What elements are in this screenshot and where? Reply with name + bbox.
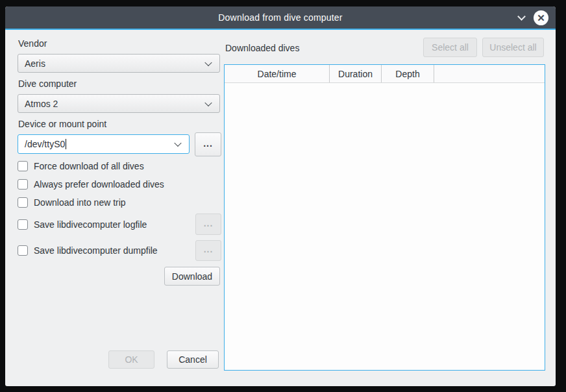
chevron-down-icon bbox=[204, 99, 212, 106]
cancel-button[interactable]: Cancel bbox=[167, 350, 219, 369]
checkbox[interactable] bbox=[18, 219, 28, 230]
checkbox-row-save-dumpfile[interactable]: Save libdivecomputer dumpfile bbox=[18, 240, 158, 261]
dive-computer-label: Dive computer bbox=[18, 79, 77, 89]
table-body-empty[interactable] bbox=[225, 83, 545, 370]
chevron-down-icon bbox=[174, 140, 181, 147]
checkbox-row-prefer-downloaded[interactable]: Always prefer downloaded dives bbox=[18, 178, 164, 190]
checkbox-label: Force download of all dives bbox=[34, 161, 144, 171]
device-input[interactable]: /dev/ttyS0 bbox=[18, 134, 190, 154]
checkbox[interactable] bbox=[18, 161, 28, 171]
column-header-duration[interactable]: Duration bbox=[330, 65, 382, 82]
checkbox-label: Download into new trip bbox=[34, 197, 126, 208]
checkbox-row-save-logfile[interactable]: Save libdivecomputer logfile bbox=[18, 214, 147, 235]
dive-computer-select[interactable]: Atmos 2 bbox=[18, 94, 220, 113]
checkbox[interactable] bbox=[18, 179, 28, 190]
vendor-label: Vendor bbox=[18, 38, 47, 49]
checkbox-label: Save libdivecomputer dumpfile bbox=[34, 245, 158, 256]
dumpfile-browse-button: ... bbox=[195, 240, 221, 261]
device-browse-button[interactable]: ... bbox=[195, 132, 221, 156]
close-icon: ✕ bbox=[537, 13, 545, 23]
ellipsis-icon: ... bbox=[203, 138, 213, 149]
table-header-row: Date/time Duration Depth bbox=[225, 65, 545, 83]
device-value: /dev/ttyS0 bbox=[25, 139, 65, 149]
dive-computer-value: Atmos 2 bbox=[25, 99, 58, 109]
vendor-select[interactable]: Aeris bbox=[18, 54, 220, 73]
checkbox-row-force-download[interactable]: Force download of all dives bbox=[18, 160, 144, 172]
downloaded-dives-heading: Downloaded dives bbox=[225, 43, 299, 53]
desktop-background: Download from dive computer ✕ Vendor Aer… bbox=[0, 0, 566, 392]
chevron-down-icon bbox=[204, 58, 212, 66]
logfile-browse-button: ... bbox=[195, 214, 221, 235]
checkbox[interactable] bbox=[18, 245, 28, 256]
checkbox[interactable] bbox=[18, 197, 28, 208]
checkbox-row-new-trip[interactable]: Download into new trip bbox=[18, 197, 126, 208]
shade-button[interactable] bbox=[515, 12, 527, 23]
select-all-button: Select all bbox=[423, 38, 477, 57]
download-button[interactable]: Download bbox=[164, 267, 220, 286]
ellipsis-icon: ... bbox=[204, 218, 214, 228]
vendor-value: Aeris bbox=[25, 58, 45, 69]
download-dialog-window: Download from dive computer ✕ Vendor Aer… bbox=[5, 6, 556, 386]
ellipsis-icon: ... bbox=[204, 244, 214, 254]
titlebar[interactable]: Download from dive computer ✕ bbox=[5, 6, 556, 29]
checkbox-label: Save libdivecomputer logfile bbox=[34, 219, 147, 230]
device-label: Device or mount point bbox=[18, 119, 106, 129]
titlebar-accent-line bbox=[5, 29, 556, 30]
column-header-datetime[interactable]: Date/time bbox=[225, 65, 330, 82]
text-caret bbox=[66, 139, 66, 149]
window-title: Download from dive computer bbox=[218, 12, 342, 23]
close-button[interactable]: ✕ bbox=[534, 10, 548, 25]
column-header-depth[interactable]: Depth bbox=[382, 65, 434, 82]
ok-button: OK bbox=[108, 350, 154, 369]
chevron-down-icon bbox=[517, 12, 526, 21]
downloaded-dives-table[interactable]: Date/time Duration Depth bbox=[224, 64, 545, 371]
unselect-all-button: Unselect all bbox=[482, 38, 544, 57]
column-header-extra[interactable] bbox=[434, 65, 545, 82]
checkbox-label: Always prefer downloaded dives bbox=[34, 179, 164, 190]
